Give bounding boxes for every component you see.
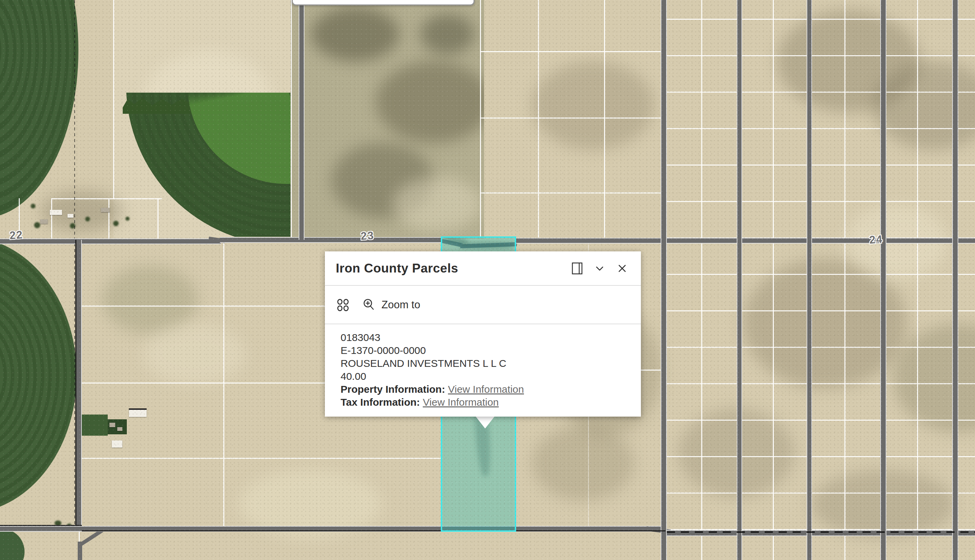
parcel-line <box>480 0 481 237</box>
irrigation-circle <box>0 237 77 513</box>
scrub-field <box>291 0 484 238</box>
section-line <box>74 0 75 527</box>
scrub-mottle <box>376 61 484 143</box>
road <box>516 238 975 243</box>
road <box>880 0 886 560</box>
road-dashed-centerline <box>667 532 975 533</box>
section-label-23: 23 <box>360 229 375 243</box>
farm-building <box>112 440 122 448</box>
property-information-row: Property Information: View Information <box>341 383 630 396</box>
road-edge-line <box>0 525 82 526</box>
parcel-line <box>773 0 774 560</box>
farm-building <box>117 427 122 431</box>
zoom-to-button[interactable]: Zoom to <box>362 298 420 312</box>
road <box>952 0 958 560</box>
parcel-line <box>51 198 162 199</box>
zoom-in-icon <box>362 298 376 312</box>
parcel-line <box>157 198 159 238</box>
parcel-owner: ROUSELAND INVESTMENTS L L C <box>341 357 630 370</box>
parcel-line <box>291 0 292 238</box>
farm-building <box>67 214 73 218</box>
road <box>78 542 82 560</box>
parcel-line <box>51 198 52 238</box>
farm-building <box>129 408 147 417</box>
parcel-line <box>223 243 224 531</box>
parcel-drainage <box>460 243 514 248</box>
parcel-line <box>480 51 661 52</box>
section-label-22: 22 <box>9 228 23 242</box>
close-icon[interactable] <box>611 257 634 280</box>
parcel-line <box>80 458 442 459</box>
terrain-mottle <box>532 426 634 501</box>
parcel-serial: E-1370-0000-0000 <box>341 344 630 357</box>
parcel-line <box>845 0 845 560</box>
tax-information-link[interactable]: View Information <box>423 397 499 408</box>
property-information-label: Property Information: <box>341 383 445 395</box>
irrigation-circle <box>0 0 79 218</box>
parcel-acreage: 40.00 <box>341 370 630 383</box>
farm-building <box>40 219 48 224</box>
popup-iron-county-parcels: Iron County Parcels <box>325 252 641 417</box>
popup-title: Iron County Parcels <box>336 261 566 275</box>
tax-information-row: Tax Information: View Information <box>341 396 630 409</box>
top-ui-bar <box>292 0 475 5</box>
scrub-mottle <box>393 177 482 232</box>
map-canvas[interactable]: 22 23 24 Iron County Parcels <box>0 0 975 560</box>
parcel-line <box>917 0 918 560</box>
farm-building <box>101 208 110 212</box>
road <box>75 240 82 529</box>
popup-content: 0183043 E-1370-0000-0000 ROUSELAND INVES… <box>325 324 641 409</box>
parcel-line <box>480 118 661 118</box>
road <box>665 530 975 536</box>
tree <box>113 221 119 226</box>
irrigation-fan-field <box>123 93 291 237</box>
parcel-line <box>538 0 539 237</box>
dock-right-icon[interactable] <box>566 257 589 280</box>
scrub-mottle <box>420 13 475 55</box>
farm-building <box>109 423 115 427</box>
tree <box>31 204 35 208</box>
road <box>737 0 742 560</box>
scrub-mottle <box>311 7 400 61</box>
crop-field <box>81 415 108 436</box>
property-information-link[interactable]: View Information <box>448 383 524 395</box>
parcel-grid-lines <box>666 0 975 560</box>
parcel-line <box>480 192 661 193</box>
feature-menu-icon[interactable] <box>336 298 350 312</box>
terrain-mottle <box>143 323 246 385</box>
road <box>661 0 667 560</box>
zoom-to-label: Zoom to <box>381 299 420 311</box>
popup-header: Iron County Parcels <box>325 252 641 285</box>
parcel-line <box>109 198 109 238</box>
parcel-line <box>701 0 702 560</box>
tax-information-label: Tax Information: <box>341 397 420 408</box>
parcel-line <box>113 0 114 199</box>
terrain-mottle <box>102 266 198 334</box>
road <box>220 237 442 243</box>
road <box>0 238 221 244</box>
road-edge-line <box>82 530 666 532</box>
parcel-line <box>604 0 605 237</box>
tree <box>34 222 40 228</box>
section-label-24: 24 <box>869 233 883 247</box>
farm-building <box>50 210 62 215</box>
irrigation-circle <box>0 529 25 560</box>
terrain-mottle <box>532 61 654 150</box>
tree <box>85 217 90 222</box>
chevron-down-icon[interactable] <box>589 257 611 280</box>
road <box>806 0 812 560</box>
parcel-id: 0183043 <box>341 331 630 344</box>
popup-actions: Zoom to <box>325 286 641 323</box>
road <box>299 0 304 240</box>
